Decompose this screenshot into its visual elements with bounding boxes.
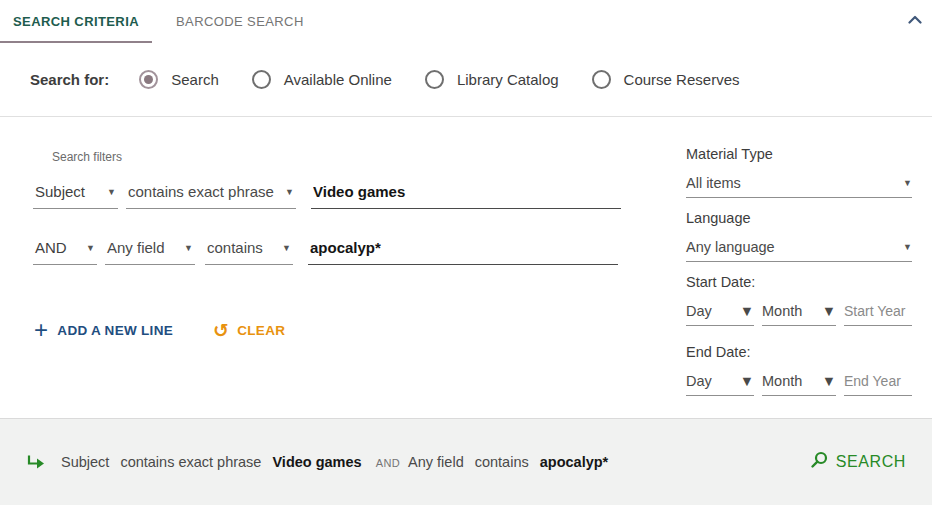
dropdown-caret-icon: ▼ <box>184 243 193 253</box>
summary-operator2: contains <box>475 454 529 470</box>
undo-icon: ↺ <box>213 321 229 339</box>
summary-field1: Subject <box>61 454 109 470</box>
summary-field2: Any field <box>408 454 464 470</box>
start-month-select[interactable]: Month ▼ <box>762 303 836 326</box>
boolean-operator-value: AND <box>35 239 67 256</box>
field-select-row2[interactable]: Any field ▼ <box>105 239 195 265</box>
dropdown-caret-icon: ▼ <box>285 187 294 197</box>
operator-select-row2[interactable]: contains ▼ <box>205 239 293 265</box>
start-date-label: Start Date: <box>686 274 912 290</box>
query-summary: Subject contains exact phrase Video game… <box>61 454 622 470</box>
radio-unselected-icon <box>252 70 271 89</box>
tab-search-criteria-label: SEARCH CRITERIA <box>13 14 139 29</box>
start-year-input[interactable] <box>844 303 912 326</box>
collapse-panel-button[interactable] <box>904 8 926 30</box>
end-date-label: End Date: <box>686 344 912 360</box>
field-select-row1-value: Subject <box>35 183 85 200</box>
radio-selected-icon <box>139 70 158 89</box>
clear-button[interactable]: ↺ CLEAR <box>213 321 285 339</box>
dropdown-caret-icon: ▼ <box>822 373 836 389</box>
filter-row-1: Subject ▼ contains exact phrase ▼ <box>33 183 621 209</box>
language-label: Language <box>686 210 912 226</box>
end-year-input[interactable] <box>844 373 912 396</box>
end-month-select[interactable]: Month ▼ <box>762 373 836 396</box>
radio-scope-available-online[interactable]: Available Online <box>252 70 392 89</box>
field-select-row1[interactable]: Subject ▼ <box>33 183 118 209</box>
radio-unselected-icon <box>425 70 444 89</box>
operator-select-row1-value: contains exact phrase <box>128 183 274 200</box>
start-date-row: Day ▼ Month ▼ <box>686 303 912 326</box>
language-select[interactable]: Any language ▼ <box>686 239 912 262</box>
dropdown-caret-icon: ▼ <box>903 178 912 188</box>
tab-barcode-search-label: BARCODE SEARCH <box>176 14 304 29</box>
filter-actions: + ADD A NEW LINE ↺ CLEAR <box>34 320 285 340</box>
radio-scope-course-reserves-label: Course Reserves <box>624 71 740 88</box>
end-date-row: Day ▼ Month ▼ <box>686 373 912 396</box>
radio-scope-library-catalog-label: Library Catalog <box>457 71 559 88</box>
boolean-operator-select[interactable]: AND ▼ <box>33 239 97 265</box>
summary-value2: apocalyp* <box>540 454 609 470</box>
radio-scope-course-reserves[interactable]: Course Reserves <box>592 70 740 89</box>
start-day-value: Day <box>686 303 712 319</box>
search-scope-row: Search for: Search Available Online Libr… <box>0 43 932 117</box>
tab-bar: SEARCH CRITERIA BARCODE SEARCH <box>0 0 932 44</box>
dropdown-caret-icon: ▼ <box>282 243 291 253</box>
add-new-line-button[interactable]: + ADD A NEW LINE <box>34 320 173 340</box>
clear-label: CLEAR <box>237 323 285 338</box>
search-button[interactable]: SEARCH <box>810 451 906 473</box>
end-month-value: Month <box>762 373 802 389</box>
search-button-label: SEARCH <box>836 453 906 471</box>
material-type-label: Material Type <box>686 146 912 162</box>
query-arrow-icon <box>26 454 46 470</box>
summary-operator1: contains exact phrase <box>120 454 261 470</box>
radio-scope-library-catalog[interactable]: Library Catalog <box>425 70 559 89</box>
plus-icon: + <box>34 320 48 340</box>
radio-scope-search[interactable]: Search <box>139 70 219 89</box>
end-day-select[interactable]: Day ▼ <box>686 373 754 396</box>
summary-boolean: AND <box>376 457 400 469</box>
dropdown-caret-icon: ▼ <box>822 303 836 319</box>
chevron-up-icon <box>908 12 922 27</box>
search-term-input-row2[interactable] <box>308 239 618 265</box>
refinement-panel: Material Type All items ▼ Language Any l… <box>686 146 912 396</box>
end-day-value: Day <box>686 373 712 389</box>
tab-barcode-search[interactable]: BARCODE SEARCH <box>152 0 328 43</box>
filter-row-2: AND ▼ Any field ▼ contains ▼ <box>33 239 618 265</box>
field-select-row2-value: Any field <box>107 239 165 256</box>
advanced-search-panel: SEARCH CRITERIA BARCODE SEARCH Search fo… <box>0 0 932 505</box>
radio-unselected-icon <box>592 70 611 89</box>
dropdown-caret-icon: ▼ <box>740 303 754 319</box>
search-filters-caption: Search filters <box>52 150 122 164</box>
tab-search-criteria[interactable]: SEARCH CRITERIA <box>0 0 152 43</box>
dropdown-caret-icon: ▼ <box>107 187 116 197</box>
dropdown-caret-icon: ▼ <box>740 373 754 389</box>
dropdown-caret-icon: ▼ <box>86 243 95 253</box>
summary-value1: Video games <box>272 454 361 470</box>
operator-select-row1[interactable]: contains exact phrase ▼ <box>126 183 296 209</box>
operator-select-row2-value: contains <box>207 239 263 256</box>
search-for-label: Search for: <box>30 71 109 88</box>
dropdown-caret-icon: ▼ <box>903 242 912 252</box>
search-term-input-row1[interactable] <box>311 183 621 209</box>
summary-bar: Subject contains exact phrase Video game… <box>0 418 932 505</box>
add-new-line-label: ADD A NEW LINE <box>57 323 173 338</box>
magnifier-icon <box>810 451 836 473</box>
radio-scope-search-label: Search <box>171 71 219 88</box>
language-value: Any language <box>686 239 775 255</box>
start-month-value: Month <box>762 303 802 319</box>
start-day-select[interactable]: Day ▼ <box>686 303 754 326</box>
material-type-value: All items <box>686 175 741 191</box>
material-type-select[interactable]: All items ▼ <box>686 175 912 198</box>
radio-scope-available-online-label: Available Online <box>284 71 392 88</box>
